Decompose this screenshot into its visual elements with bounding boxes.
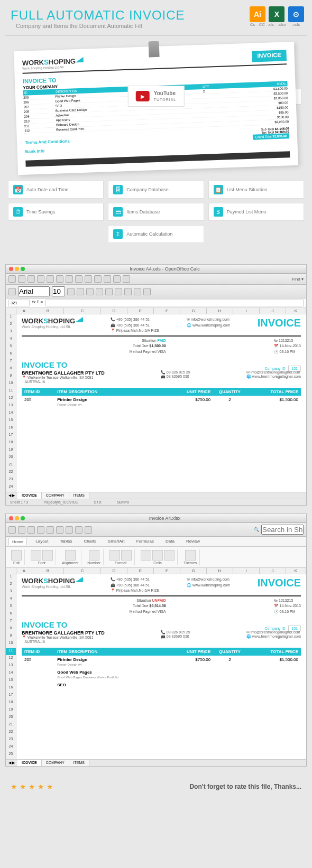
youtube-icon: ▶ xyxy=(136,91,150,101)
tab-charts[interactable]: Charts xyxy=(81,538,100,545)
feature-paymed: $Paymed List Menu xyxy=(208,203,304,221)
excel-screenshot: Invoice A4.xlsx 🔍 Home Layout Tables Cha… xyxy=(5,514,307,767)
rate-text: Don't forget to rate this file, Thanks..… xyxy=(189,783,301,790)
cell-name-box[interactable] xyxy=(8,300,30,306)
format-xlsx: X.xls - .xlsx xyxy=(268,6,286,27)
logo-triangle-icon xyxy=(75,577,83,582)
minimize-icon[interactable] xyxy=(15,267,19,271)
paper-mockup: WORKSHOPING Work Shoping Holding Ltd.Sti… xyxy=(14,42,298,175)
sheet-content[interactable]: WORKSHOPING Work Shoping Holding Ltd.Sti… xyxy=(16,574,306,759)
ribbon-body[interactable]: Edit Font Alignment Number Format Cells … xyxy=(6,547,306,568)
sheet-tabs[interactable]: ◀ ▶ ICOVICE COMPANY ITEMS xyxy=(6,492,306,499)
logo-triangle-icon xyxy=(76,57,84,63)
table-row[interactable]: 205Pirinter DesignPrinter Design A4$750.… xyxy=(22,396,301,408)
tab-smartart[interactable]: SmartArt xyxy=(105,538,128,545)
quick-access-toolbar[interactable]: 🔍 xyxy=(6,523,306,537)
close-icon[interactable] xyxy=(9,267,13,271)
status-bar: Sheet 1 / 3PageStyle_ICOVICESTDSum=0 xyxy=(6,499,306,505)
close-icon[interactable] xyxy=(9,516,13,520)
column-headers[interactable]: ABCDEFGHIJK xyxy=(6,568,306,574)
table-row[interactable]: Good Web PagesGood Web Pages Business Wo… xyxy=(22,668,301,681)
database-icon: 🗄 xyxy=(113,185,123,194)
sheet-tab-company[interactable]: COMPANY xyxy=(42,492,69,499)
window-titlebar: Invoice A4.xlsx xyxy=(6,514,306,523)
sheet-tab-items[interactable]: ITEMS xyxy=(69,492,89,499)
rating-stars[interactable]: ★ ★ ★ ★ ★ xyxy=(11,782,53,791)
paperclip-icon xyxy=(149,41,160,58)
table-row[interactable]: 205Pirinter DesignPrinter Design A4$750.… xyxy=(22,656,301,668)
format-ai: AiCs - CC xyxy=(250,6,265,27)
tab-data[interactable]: Data xyxy=(162,538,178,545)
fontsize-select[interactable] xyxy=(52,286,65,296)
dollar-icon: $ xyxy=(214,207,223,217)
database-icon: 🗃 xyxy=(113,207,123,217)
table-header: ITEM IDITEM DESCRIPTIONUNIT PRICEQUANTIT… xyxy=(22,648,301,656)
feature-company-db: 🗄Company Database xyxy=(108,181,204,199)
window-titlebar: Invoice A4.ods - OpenOffice Calc xyxy=(6,265,306,274)
youtube-tutorial-badge[interactable]: ▶ YouTubeTUTORIAL xyxy=(128,86,185,107)
sheet-tab-icovice[interactable]: ICOVICE xyxy=(17,760,42,766)
row-headers[interactable]: 1234567891011121314151617181920212223242… xyxy=(6,574,16,759)
format-ods: ⊙.ods xyxy=(288,6,304,27)
calendar-icon: 📅 xyxy=(13,185,23,194)
logo-triangle-icon xyxy=(75,317,83,322)
row-headers[interactable]: 123456789101112131415161718192021222324 xyxy=(6,314,16,492)
cell-reference-bar[interactable]: fx Σ = xyxy=(6,298,306,308)
minimize-icon[interactable] xyxy=(15,516,19,520)
sheet-tab-items[interactable]: ITEMS xyxy=(69,760,89,766)
sheet-tab-company[interactable]: COMPANY xyxy=(42,760,69,766)
search-input[interactable] xyxy=(261,525,304,535)
maximize-icon[interactable] xyxy=(21,267,25,271)
column-headers[interactable]: ABCDEFGHIJK xyxy=(6,308,306,314)
format-icons: AiCs - CC X.xls - .xlsx ⊙.ods xyxy=(250,6,304,27)
ribbon-tabs[interactable]: Home Layout Tables Charts SmartArt Formu… xyxy=(6,537,306,547)
feature-auto-calc: ΣAutomatic Calculation xyxy=(108,225,204,243)
stopwatch-icon: ⏱ xyxy=(13,207,23,217)
feature-time-savings: ⏱Time Savings xyxy=(8,203,104,221)
feature-list-menu: 📋List Menu Situation xyxy=(208,181,304,199)
footer: ★ ★ ★ ★ ★ Don't forget to rate this file… xyxy=(0,774,312,799)
sheet-tab-icovice[interactable]: ICOVICE xyxy=(17,492,42,499)
tab-layout[interactable]: Layout xyxy=(32,538,51,545)
feature-grid: 📅Auto Date and Time ⏱Time Savings 🗄Compa… xyxy=(0,175,312,251)
maximize-icon[interactable] xyxy=(21,516,25,520)
font-select[interactable] xyxy=(18,286,50,296)
sheet-tabs[interactable]: ◀ ▶ ICOVICE COMPANY ITEMS xyxy=(6,759,306,766)
tab-tables[interactable]: Tables xyxy=(57,538,75,545)
table-header: ITEM IDITEM DESCRIPTIONUNIT PRICEQUANTIT… xyxy=(22,388,301,396)
feature-items-db: 🗃Items Database xyxy=(108,203,204,221)
openoffice-screenshot: Invoice A4.ods - OpenOffice Calc Find ▾ … xyxy=(5,264,307,506)
invoice-badge: INVOICE xyxy=(252,50,287,62)
tab-home[interactable]: Home xyxy=(8,538,27,545)
clipboard-icon: 📋 xyxy=(214,185,223,194)
table-row[interactable]: SEO xyxy=(22,681,301,689)
sigma-icon: Σ xyxy=(113,229,123,239)
hero-section: FULL AUTOMATIC INVOICE Company and Items… xyxy=(0,0,312,256)
toolbar-format[interactable] xyxy=(6,285,306,298)
tab-review[interactable]: Review xyxy=(183,538,203,545)
feature-auto-date: 📅Auto Date and Time xyxy=(8,181,104,199)
invoice-mockup: 📄A4 and Letter Size WORKSHOPING Work Sho… xyxy=(0,36,312,175)
sheet-content[interactable]: WORKSHOPING Work Shoping Holding Ltd.Sti… xyxy=(16,314,306,492)
toolbar-main[interactable]: Find ▾ xyxy=(6,274,306,285)
tab-formulas[interactable]: Formulas xyxy=(133,538,157,545)
